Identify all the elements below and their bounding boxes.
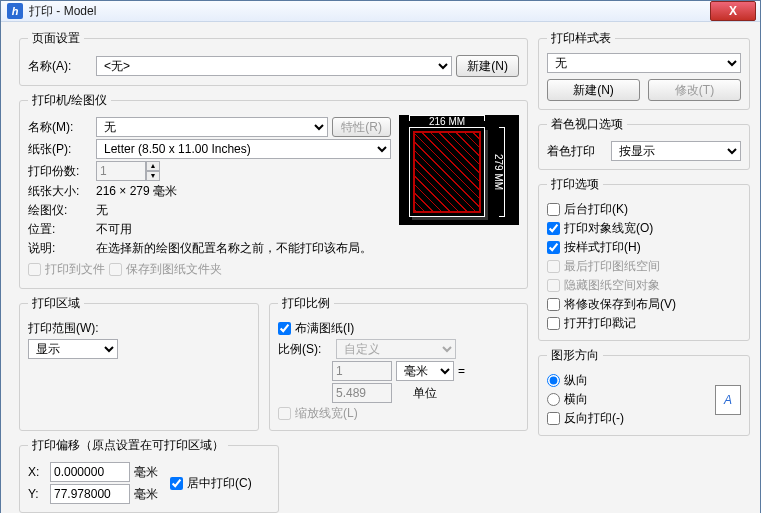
- print-scale-legend: 打印比例: [278, 295, 334, 312]
- shade-plot-select[interactable]: 按显示: [611, 141, 741, 161]
- desc-value: 在选择新的绘图仪配置名称之前，不能打印该布局。: [96, 240, 391, 257]
- scale-unit-select[interactable]: 毫米: [396, 361, 454, 381]
- printer-group: 打印机/绘图仪 名称(M): 无 特性(R) 纸张(P): Letter (8.…: [19, 92, 528, 289]
- plot-style-select[interactable]: 无: [547, 53, 741, 73]
- close-icon: X: [729, 4, 737, 18]
- preview-print-area: [413, 131, 481, 213]
- paper-size-value: 216 × 279 毫米: [96, 183, 177, 200]
- copies-stepper[interactable]: ▲▼: [96, 161, 160, 181]
- scale-ratio-label: 比例(S):: [278, 341, 332, 358]
- print-scale-group: 打印比例 布满图纸(I) 比例(S): 自定义 毫米 =: [269, 295, 528, 431]
- plotter-value: 无: [96, 202, 108, 219]
- print-offset-group: 打印偏移（原点设置在可打印区域） X: 毫米 Y: 毫米: [19, 437, 279, 513]
- page-setup-group: 页面设置 名称(A): <无> 新建(N): [19, 30, 528, 86]
- printer-name-select[interactable]: 无: [96, 117, 328, 137]
- scale-unit-text: 单位: [396, 385, 454, 402]
- offset-y-input[interactable]: [50, 484, 130, 504]
- center-plot-check[interactable]: 居中打印(C): [170, 475, 252, 492]
- opt-save-layout-check[interactable]: 将修改保存到布局(V): [547, 296, 741, 313]
- page-new-button[interactable]: 新建(N): [456, 55, 519, 77]
- offset-x-input[interactable]: [50, 462, 130, 482]
- print-area-legend: 打印区域: [28, 295, 84, 312]
- plot-style-edit-button[interactable]: 修改(T): [648, 79, 741, 101]
- plot-options-legend: 打印选项: [547, 176, 603, 193]
- print-offset-legend: 打印偏移（原点设置在可打印区域）: [28, 437, 228, 454]
- plot-options-group: 打印选项 后台打印(K) 打印对象线宽(O) 按样式打印(H) 最后打印图纸空间…: [538, 176, 750, 341]
- printer-properties-button[interactable]: 特性(R): [332, 117, 391, 137]
- opt-paperspace-last-check[interactable]: 最后打印图纸空间: [547, 258, 741, 275]
- page-name-label: 名称(A):: [28, 58, 92, 75]
- print-dialog: h 打印 - Model X 页面设置 名称(A): <无> 新建(N) 打印机…: [0, 0, 761, 513]
- page-name-select[interactable]: <无>: [96, 56, 452, 76]
- shaded-viewport-legend: 着色视口选项: [547, 116, 627, 133]
- app-icon: h: [7, 3, 23, 19]
- offset-x-label: X:: [28, 465, 46, 479]
- plot-style-new-button[interactable]: 新建(N): [547, 79, 640, 101]
- page-setup-legend: 页面设置: [28, 30, 84, 47]
- orientation-legend: 图形方向: [547, 347, 603, 364]
- offset-x-unit: 毫米: [134, 464, 158, 481]
- orient-portrait-radio[interactable]: 纵向: [547, 372, 715, 389]
- where-value: 不可用: [96, 221, 132, 238]
- offset-y-unit: 毫米: [134, 486, 158, 503]
- print-range-label: 打印范围(W):: [28, 320, 99, 337]
- paper-label: 纸张(P):: [28, 141, 92, 158]
- preview-dim-height: 279 MM: [491, 127, 505, 217]
- orient-landscape-radio[interactable]: 横向: [547, 391, 715, 408]
- titlebar: h 打印 - Model X: [1, 1, 760, 22]
- scale-ratio-select[interactable]: 自定义: [336, 339, 456, 359]
- preview-dim-width: 216 MM: [409, 115, 485, 127]
- close-button[interactable]: X: [710, 1, 756, 21]
- scale-num-input[interactable]: [332, 361, 392, 381]
- printer-legend: 打印机/绘图仪: [28, 92, 111, 109]
- print-area-group: 打印区域 打印范围(W): 显示: [19, 295, 259, 431]
- offset-y-label: Y:: [28, 487, 46, 501]
- desc-label: 说明:: [28, 240, 92, 257]
- opt-plot-styles-check[interactable]: 按样式打印(H): [547, 239, 741, 256]
- orientation-icon: A: [715, 385, 741, 415]
- shade-plot-label: 着色打印: [547, 143, 607, 160]
- copies-label: 打印份数:: [28, 163, 92, 180]
- copies-down-icon[interactable]: ▼: [146, 171, 160, 181]
- orientation-group: 图形方向 纵向 横向 反向打印(-) A: [538, 347, 750, 436]
- printer-name-label: 名称(M):: [28, 119, 92, 136]
- save-to-sheet-check[interactable]: 保存到图纸文件夹: [109, 261, 222, 278]
- opt-hide-paperspace-check[interactable]: 隐藏图纸空间对象: [547, 277, 741, 294]
- fit-to-paper-check[interactable]: 布满图纸(I): [278, 320, 519, 337]
- print-range-select[interactable]: 显示: [28, 339, 118, 359]
- print-to-file-check[interactable]: 打印到文件: [28, 261, 105, 278]
- orient-upside-check[interactable]: 反向打印(-): [547, 410, 715, 427]
- window-title: 打印 - Model: [29, 3, 710, 20]
- copies-input[interactable]: [96, 161, 146, 181]
- paper-size-label: 纸张大小:: [28, 183, 92, 200]
- where-label: 位置:: [28, 221, 92, 238]
- scale-equals: =: [458, 364, 465, 378]
- opt-lineweights-check[interactable]: 打印对象线宽(O): [547, 220, 741, 237]
- opt-background-check[interactable]: 后台打印(K): [547, 201, 741, 218]
- copies-up-icon[interactable]: ▲: [146, 161, 160, 171]
- opt-plot-stamp-check[interactable]: 打开打印戳记: [547, 315, 741, 332]
- paper-preview: 216 MM 279 MM: [399, 115, 519, 225]
- shaded-viewport-group: 着色视口选项 着色打印 按显示: [538, 116, 750, 170]
- scale-lineweight-check[interactable]: 缩放线宽(L): [278, 405, 519, 422]
- scale-den-input[interactable]: [332, 383, 392, 403]
- plot-style-legend: 打印样式表: [547, 30, 615, 47]
- plotter-label: 绘图仪:: [28, 202, 92, 219]
- plot-style-group: 打印样式表 无 新建(N) 修改(T): [538, 30, 750, 110]
- paper-select[interactable]: Letter (8.50 x 11.00 Inches): [96, 139, 391, 159]
